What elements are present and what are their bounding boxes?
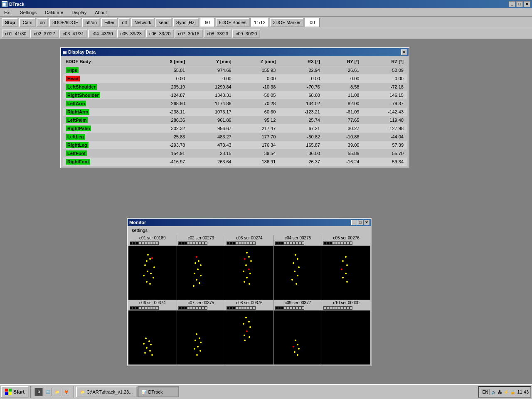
marker-dot	[298, 348, 300, 350]
quick-launch-icon-4[interactable]: 🦊	[62, 388, 70, 396]
body-label[interactable]: LeftShoulder	[66, 84, 97, 90]
table-row: RightFoot -416.97 263.64 186.91 26.37 -1…	[63, 158, 407, 166]
cell-ry: 30.27	[323, 124, 362, 133]
close-button[interactable]: ✕	[524, 1, 530, 7]
body-label[interactable]: RightFoot	[66, 159, 90, 165]
taskbar-divider2	[74, 386, 74, 398]
body-label[interactable]: RightLeg	[66, 142, 89, 148]
taskbar-item-1[interactable]: 📁 C:\ART\dtrack_v1.23...	[76, 387, 137, 397]
bar-segment	[141, 241, 144, 245]
tray-icon-1: 🔊	[491, 390, 496, 394]
stop-button[interactable]: Stop	[2, 18, 18, 27]
maximize-button[interactable]: □	[516, 1, 523, 7]
cell-rz: 59.34	[362, 158, 407, 166]
start-button[interactable]: Start	[1, 386, 29, 398]
cam-c08[interactable]: c08 33/23	[204, 30, 232, 38]
cell-z: 95.12	[235, 116, 279, 124]
cell-y: 28.15	[188, 149, 235, 158]
title-bar: ▣ DTrack _ □ ✕	[0, 0, 532, 8]
camera-bar-8	[225, 305, 273, 310]
monitor-maximize[interactable]: □	[357, 220, 363, 225]
cell-x: 268.80	[144, 99, 189, 108]
cell-rx: 25.74	[279, 116, 323, 124]
marker-dot	[249, 336, 250, 338]
camera-cell-4: c04 ser 00275	[274, 235, 322, 300]
marker-dot	[244, 335, 245, 336]
data-table: 6DOF Body X [mm] Y [mm] Z [mm] RX [°] RY…	[63, 57, 407, 166]
bar-segment	[229, 306, 232, 310]
marker-dot	[150, 344, 152, 345]
body-label[interactable]: LeftLeg	[66, 134, 85, 140]
camera-bar-6	[128, 305, 177, 310]
minimize-button[interactable]: _	[509, 1, 515, 7]
bar-segment	[347, 306, 350, 310]
bar-segment	[193, 241, 196, 245]
language-button[interactable]: EN	[481, 389, 490, 395]
camera-view-9	[274, 310, 322, 365]
bodies-value-input[interactable]: 11/12	[251, 18, 269, 27]
marker-dot	[200, 350, 201, 352]
monitor-settings-menu[interactable]: settings	[129, 227, 150, 234]
cam-state-button[interactable]: on	[37, 18, 48, 27]
marker-dot	[298, 266, 300, 268]
dof-state-button[interactable]: off/on	[82, 18, 100, 27]
display-data-close[interactable]: ✕	[401, 49, 407, 55]
bar-segment	[298, 306, 301, 310]
quick-launch-icon-3[interactable]: 📁	[53, 388, 61, 396]
body-label[interactable]: RightShoulder	[66, 92, 100, 98]
cam-c03[interactable]: c03 41/31	[59, 30, 87, 38]
marker-button[interactable]: 3DOF Marker	[270, 18, 304, 27]
menu-display[interactable]: Display	[69, 9, 89, 16]
cam-c09[interactable]: c09 30/20	[232, 30, 260, 38]
quick-launch-icon-1[interactable]: 🖥	[34, 388, 43, 396]
sync-button[interactable]: Sync [Hz]	[173, 18, 199, 27]
cam-c01[interactable]: c01 41/30	[2, 30, 30, 38]
menu-exit[interactable]: Exit	[2, 9, 14, 16]
sync-value-input[interactable]: 60	[200, 18, 215, 27]
camera-label-5: c05 ser 00276	[322, 235, 370, 241]
body-label[interactable]: LeftFoot	[66, 150, 87, 156]
bar-segment	[281, 241, 284, 245]
cell-y: 473.43	[188, 141, 235, 149]
table-row: LeftFoot 154.91 28.15 -39.54 -36.00 55.8…	[63, 149, 407, 158]
bar-segment	[323, 306, 326, 310]
bar-segment	[350, 241, 352, 245]
menu-about[interactable]: About	[92, 9, 109, 16]
network-button[interactable]: Network	[131, 18, 154, 27]
network-state-button[interactable]: send	[155, 18, 172, 27]
body-label[interactable]: LeftPalm	[66, 117, 88, 123]
cam-c02[interactable]: c02 37/27	[30, 30, 58, 38]
body-label[interactable]: RightArm	[66, 109, 89, 115]
filter-state-button[interactable]: off	[118, 18, 130, 27]
marker-dot	[246, 252, 248, 254]
monitor-close[interactable]: ✕	[364, 220, 369, 225]
body-label[interactable]: Head	[66, 76, 80, 81]
cell-z: -39.54	[235, 149, 279, 158]
cam-c06[interactable]: c06 33/20	[146, 30, 174, 38]
bodies-button[interactable]: 6DOF Bodies	[216, 18, 250, 27]
body-label[interactable]: RightPalm	[66, 126, 91, 131]
cell-y: 483.27	[188, 133, 235, 141]
taskbar-item-dtrack[interactable]: 📊 DTrack	[138, 387, 179, 397]
quick-launch-icon-2[interactable]: 🔤	[44, 388, 52, 396]
bar-segment	[335, 241, 338, 245]
bar-segment	[347, 241, 350, 245]
body-label[interactable]: Hips	[66, 67, 79, 73]
body-label[interactable]: LeftArm	[66, 101, 86, 106]
marker-dot	[244, 258, 246, 260]
cam-button[interactable]: Cam	[19, 18, 35, 27]
cam-c07[interactable]: c07 30/16	[175, 30, 202, 38]
filter-button[interactable]: Filter	[101, 18, 118, 27]
menu-calibrate[interactable]: Calibrate	[42, 9, 66, 16]
marker-value-input[interactable]: 00	[305, 18, 320, 27]
camera-view-3	[225, 246, 273, 300]
dof-button[interactable]: 3DOF/6DOF	[49, 18, 81, 27]
camera-label-6: c06 ser 00374	[128, 300, 177, 305]
monitor-minimize[interactable]: _	[351, 220, 357, 225]
cell-y: 1343.31	[188, 91, 235, 99]
cam-c05[interactable]: c05 39/23	[117, 30, 145, 38]
marker-dot	[195, 262, 196, 264]
marker-dot	[149, 258, 151, 260]
cam-c04[interactable]: c04 43/30	[88, 30, 116, 38]
menu-settings[interactable]: Settings	[17, 9, 39, 16]
